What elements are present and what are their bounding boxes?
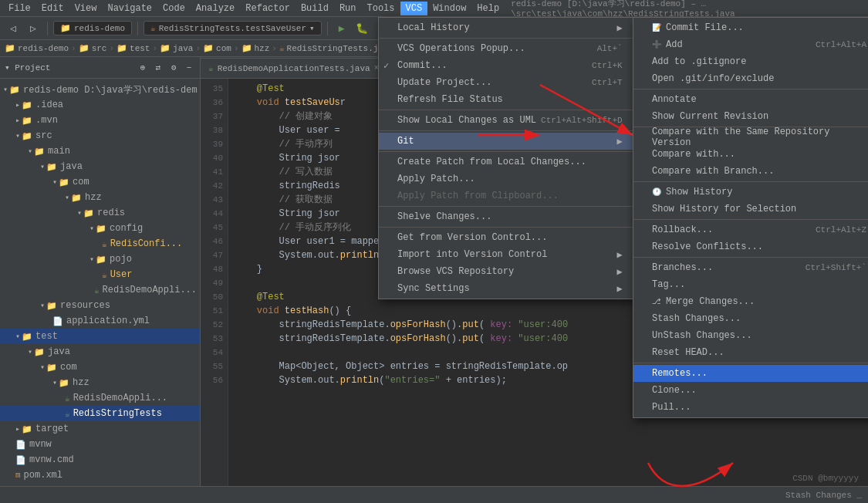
tree-arrow-test[interactable]: ▾ [15,332,20,341]
tree-arrow-root[interactable]: ▾ [3,85,8,94]
tree-config[interactable]: ▾ 📁 config [0,221,200,236]
toolbar-back-btn[interactable]: ◁ [5,20,22,37]
tree-com[interactable]: ▾ 📁 com [0,174,200,190]
tree-redistringtests[interactable]: ☕ RedisStringTests [0,406,200,421]
git-show-history[interactable]: 🕐 Show History [633,184,868,201]
menu-vcs-operations-popup[interactable]: VCS Operations Popup... Alt+` [379,40,635,57]
menu-vcs[interactable]: VCS [400,2,428,15]
git-compare-same[interactable]: Compare with the Same Repository Version [633,129,868,146]
bc-redis-demo[interactable]: 📁 redis-demo [5,43,69,53]
git-add[interactable]: ➕ Add Ctrl+Alt+A [633,36,868,53]
tree-arrow-target[interactable]: ▸ [15,424,20,434]
tree-root[interactable]: ▾ 📁 redis-demo D:\java学习\redis-dem [0,82,200,97]
sidebar-minimize-icon[interactable]: − [183,62,195,74]
tree-pom-xml[interactable]: m pom.xml [0,468,200,483]
menu-window[interactable]: Window [427,2,471,15]
menu-vcs-shelve[interactable]: Shelve Changes... [379,208,635,225]
git-rollback[interactable]: Rollback... Ctrl+Alt+Z [633,221,868,238]
git-resolve-conflicts[interactable]: Resolve Conflicts... [633,238,868,255]
menu-help[interactable]: Help [471,2,505,15]
tree-arrow-test-java[interactable]: ▾ [28,347,32,356]
tab-redisdemo-appli[interactable]: ☕ RedisDemoApplicationTests.java × [201,58,387,78]
tree-arrow-src[interactable]: ▾ [15,131,20,140]
tree-target[interactable]: ▸ 📁 target [0,421,200,437]
tree-arrow-redis[interactable]: ▾ [77,208,82,218]
run-btn[interactable]: ▶ [333,20,350,37]
project-selector[interactable]: 📁 redis-demo [53,21,132,35]
bc-java[interactable]: 📁 java [160,43,193,53]
menu-tools[interactable]: Tools [362,2,400,15]
menu-vcs-sync[interactable]: Sync Settings ▶ [379,280,635,297]
tree-test-hzz[interactable]: ▾ 📁 hzz [0,375,200,390]
git-pull[interactable]: Pull... [633,399,868,416]
tree-main-java[interactable]: ▾ 📁 java [0,159,200,174]
tree-mvnw[interactable]: 📄 mvnw [0,437,200,452]
git-merge[interactable]: ⎇ Merge Changes... [633,293,868,310]
git-show-revision[interactable]: Show Current Revision [633,108,868,125]
tree-idea[interactable]: ▸ 📁 .idea [0,97,200,113]
bc-test[interactable]: 📁 test [117,43,150,53]
git-gitignore[interactable]: Add to .gitignore [633,53,868,70]
git-remotes[interactable]: Remotes... [633,365,868,382]
tree-redisconfig[interactable]: ☕ RedisConfi... [0,236,200,252]
tree-redis[interactable]: ▾ 📁 redis [0,205,200,221]
git-annotate[interactable]: Annotate [633,91,868,108]
menu-vcs-refresh[interactable]: Refresh File Status [379,91,635,108]
menu-vcs-commit[interactable]: ✓ Commit... Ctrl+K [379,57,635,74]
git-stash[interactable]: Stash Changes... [633,310,868,327]
tree-test-java[interactable]: ▾ 📁 java [0,344,200,360]
menu-view[interactable]: View [69,2,103,15]
menu-vcs-get-vcs[interactable]: Get from Version Control... [379,229,635,246]
tree-pojo[interactable]: ▾ 📁 pojo [0,252,200,267]
git-unstash[interactable]: UnStash Changes... [633,327,868,344]
menu-vcs-local-history[interactable]: Local History ▶ [379,19,635,36]
git-exclude[interactable]: Open .git/info/exclude [633,70,868,87]
tree-main[interactable]: ▾ 📁 main [0,143,200,159]
menu-vcs-git[interactable]: Git ▶ [379,133,635,150]
git-compare-with[interactable]: Compare with... [633,146,868,163]
menu-vcs-browse[interactable]: Browse VCS Repository ▶ [379,263,635,280]
menu-vcs-apply-patch[interactable]: Apply Patch... [379,170,635,187]
menu-build[interactable]: Build [296,2,334,15]
tree-arrow-idea[interactable]: ▸ [15,100,20,110]
tree-arrow-config[interactable]: ▾ [90,224,94,233]
tree-application-yml[interactable]: 📄 application.yml [0,313,200,329]
git-commit-file[interactable]: 📝 Commit File... [633,19,868,36]
git-reset-head[interactable]: Reset HEAD... [633,344,868,361]
git-tag[interactable]: Tag... [633,276,868,293]
tree-arrow-test-com[interactable]: ▾ [40,363,45,372]
debug-btn[interactable]: 🐛 [353,20,370,37]
tree-resources[interactable]: ▾ 📁 resources [0,298,200,313]
menu-vcs-create-patch[interactable]: Create Patch from Local Changes... [379,154,635,170]
bc-com[interactable]: 📁 com [203,43,231,53]
tree-arrow-resources[interactable]: ▾ [40,301,45,310]
bc-hzz[interactable]: 📁 hzz [241,43,270,53]
tree-arrow-test-hzz[interactable]: ▾ [52,378,57,387]
tree-mvnw-cmd[interactable]: 📄 mvnw.cmd [0,452,200,468]
tree-user[interactable]: ☕ User [0,267,200,282]
tree-hzz[interactable]: ▾ 📁 hzz [0,190,200,205]
tree-test-com[interactable]: ▾ 📁 com [0,360,200,375]
menu-file[interactable]: File [3,2,36,15]
tree-arrow-hzz[interactable]: ▾ [65,193,69,202]
menu-analyze[interactable]: Analyze [191,2,240,15]
tree-redisdemo-appli[interactable]: ☕ RedisDemoAppli... [0,282,200,298]
run-config-selector[interactable]: ☕ RedisStringTests.testSaveUser ▾ [144,21,322,35]
tree-arrow-com[interactable]: ▾ [52,177,57,187]
sidebar-gear-icon[interactable]: ⊕ [137,62,149,74]
git-branches[interactable]: Branches... Ctrl+Shift+` [633,259,868,276]
tree-redisdemo-appli-test[interactable]: ☕ RedisDemoAppli... [0,390,200,406]
tree-src[interactable]: ▾ 📁 src [0,128,200,143]
bc-file[interactable]: ☕ RedisStringTests.java [279,43,393,53]
sidebar-sync-icon[interactable]: ⇄ [152,62,164,74]
tree-mvn[interactable]: ▸ 📁 .mvn [0,113,200,128]
menu-vcs-update[interactable]: Update Project... Ctrl+T [379,74,635,91]
menu-edit[interactable]: Edit [36,2,69,15]
git-clone[interactable]: Clone... [633,382,868,399]
tree-arrow-mvn[interactable]: ▸ [15,116,20,125]
tree-arrow-pojo[interactable]: ▾ [90,255,94,264]
menu-refactor[interactable]: Refactor [240,2,296,15]
toolbar-forward-btn[interactable]: ▷ [25,20,42,37]
git-compare-branch[interactable]: Compare with Branch... [633,163,868,180]
tree-test[interactable]: ▾ 📁 test [0,329,200,344]
